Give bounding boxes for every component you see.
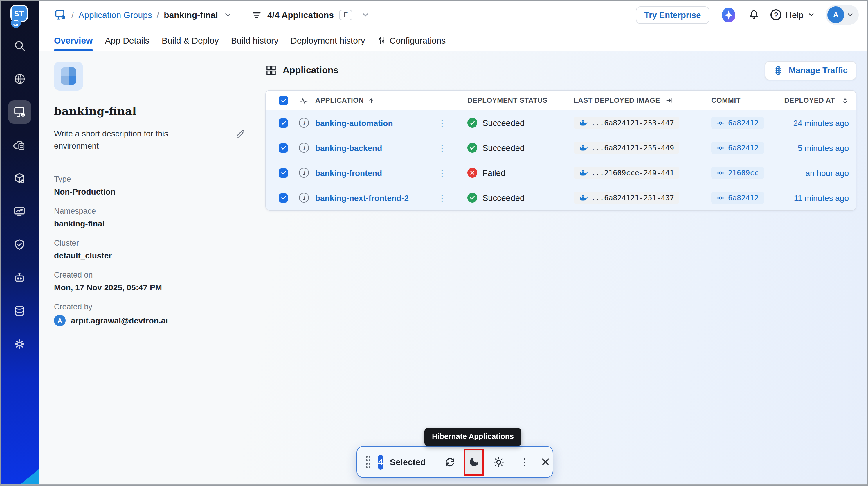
commit-chip[interactable]: 6a82412 — [711, 142, 764, 154]
manage-traffic-button[interactable]: Manage Traffic — [765, 61, 857, 80]
status-icon — [467, 143, 477, 153]
row-menu-button[interactable] — [434, 142, 450, 154]
deployed-at-link[interactable]: an hour ago — [806, 168, 849, 177]
sidebar-item-resource-stack[interactable] — [8, 299, 31, 322]
deployed-image-chip: ...6a824121-251-437 — [574, 192, 679, 204]
deployed-image-chip: ...6a824121-255-449 — [574, 142, 679, 154]
header-divider — [242, 7, 242, 22]
sidebar-item-search[interactable] — [8, 34, 31, 58]
sidebar-item-resource-browser[interactable] — [8, 67, 31, 91]
deployed-image-chip: ...6a824121-253-447 — [574, 117, 679, 129]
sidebar-item-app-monitoring[interactable] — [8, 200, 31, 223]
docker-icon — [579, 144, 588, 152]
unhibernate-button[interactable] — [490, 452, 507, 472]
row-checkbox[interactable] — [279, 118, 288, 127]
info-icon[interactable] — [299, 143, 309, 153]
column-application[interactable]: APPLICATION — [315, 96, 375, 104]
field-value-cluster: default_cluster — [54, 251, 246, 260]
help-menu[interactable]: Help — [771, 9, 815, 20]
grid-icon — [265, 64, 277, 76]
row-menu-button[interactable] — [434, 191, 450, 204]
notifications-bell-button[interactable] — [748, 9, 760, 21]
tab-deployment-history[interactable]: Deployment history — [290, 30, 365, 51]
application-link[interactable]: banking-frontend — [315, 168, 382, 177]
chevron-down-icon — [362, 10, 370, 19]
row-menu-button[interactable] — [434, 116, 450, 129]
tab-app-details[interactable]: App Details — [105, 30, 149, 51]
ai-sparkle-icon[interactable] — [720, 6, 737, 24]
hibernate-moon-icon — [469, 456, 479, 467]
chevron-down-icon[interactable] — [224, 10, 232, 19]
sidebar-item-application-groups[interactable] — [8, 100, 31, 124]
manage-traffic-label: Manage Traffic — [789, 66, 848, 75]
applications-section: Applications Manage Traffic — [265, 51, 857, 211]
more-actions-button[interactable] — [513, 452, 525, 472]
restart-workloads-button[interactable] — [441, 452, 458, 472]
applications-filter[interactable]: 4/4 Applications F — [252, 9, 370, 20]
info-icon[interactable] — [299, 193, 309, 203]
select-all-checkbox[interactable] — [279, 96, 288, 105]
selected-count-badge: 4 — [378, 454, 383, 469]
status-icon — [467, 118, 477, 128]
sidebar-item-packages[interactable] — [8, 166, 31, 190]
sidebar-item-security[interactable] — [8, 233, 31, 256]
page-tabs: Overview App Details Build & Deploy Buil… — [39, 30, 868, 51]
deployed-at-link[interactable]: 11 minutes ago — [794, 193, 849, 202]
sidebar-accent-corner — [20, 469, 39, 484]
sidebar-item-chart-store[interactable] — [8, 133, 31, 157]
commit-chip[interactable]: 21609cc — [711, 166, 764, 179]
deployed-at-link[interactable]: 5 minutes ago — [798, 143, 849, 152]
creator-email: arpit.agrawal@devtron.ai — [71, 316, 168, 325]
commit-chip[interactable]: 6a82412 — [711, 192, 764, 204]
close-toolbar-button[interactable] — [537, 452, 554, 472]
field-value-created-on: Mon, 17 Nov 2025, 05:47 PM — [54, 283, 246, 292]
filter-icon — [252, 9, 262, 20]
info-icon[interactable] — [299, 118, 309, 128]
edit-description-button[interactable] — [235, 129, 246, 139]
user-menu[interactable]: A — [826, 5, 859, 25]
applications-title: Applications — [283, 65, 339, 75]
row-checkbox[interactable] — [279, 193, 288, 202]
breadcrumb-link-application-groups[interactable]: Application Groups — [79, 10, 152, 20]
application-link[interactable]: banking-automation — [315, 118, 393, 127]
tab-configurations[interactable]: Configurations — [377, 30, 445, 51]
sort-icon — [841, 97, 849, 104]
app-group-grid-icon — [61, 67, 76, 85]
row-checkbox[interactable] — [279, 143, 288, 152]
top-bar: / Application Groups / banking-final 4/4… — [39, 0, 868, 30]
app-window: ST — [0, 0, 868, 486]
commit-hash: 6a82412 — [728, 144, 758, 152]
tab-build-history[interactable]: Build history — [231, 30, 278, 51]
help-label: Help — [785, 10, 804, 20]
panel-divider — [54, 164, 246, 164]
commit-chip[interactable]: 6a82412 — [711, 117, 764, 129]
description-placeholder: Write a short description for this envir… — [54, 128, 198, 152]
drag-handle[interactable] — [366, 456, 370, 468]
sidebar-item-settings[interactable] — [8, 332, 31, 355]
row-checkbox[interactable] — [279, 168, 288, 177]
sidebar-item-jobs[interactable] — [8, 266, 31, 289]
breadcrumb-separator: / — [71, 10, 74, 20]
commit-icon — [716, 144, 724, 152]
kebab-icon — [516, 455, 532, 468]
selected-label: Selected — [390, 457, 426, 467]
field-label-cluster: Cluster — [54, 239, 246, 247]
sun-icon — [493, 456, 504, 468]
hibernate-tooltip: Hibernate Applications — [425, 428, 521, 446]
column-deployed-at[interactable]: DEPLOYED AT — [780, 96, 856, 104]
application-link[interactable]: banking-next-frontend-2 — [315, 193, 409, 202]
bulk-action-toolbar: 4 Selected — [356, 446, 553, 478]
application-link[interactable]: banking-backend — [315, 143, 382, 152]
tab-overview[interactable]: Overview — [54, 30, 93, 51]
row-menu-button[interactable] — [434, 166, 450, 179]
org-logo[interactable]: ST — [10, 5, 29, 23]
tab-build-deploy[interactable]: Build & Deploy — [162, 30, 219, 51]
deployed-at-link[interactable]: 24 minutes ago — [794, 118, 849, 127]
try-enterprise-button[interactable]: Try Enterprise — [636, 6, 710, 24]
info-icon[interactable] — [299, 168, 309, 178]
user-avatar: A — [827, 6, 844, 23]
commit-icon — [716, 194, 724, 202]
table-row: banking-backend Succeeded ...6a824121-25… — [266, 135, 856, 160]
hibernate-button[interactable] — [465, 451, 483, 473]
status-text: Succeeded — [483, 143, 525, 152]
